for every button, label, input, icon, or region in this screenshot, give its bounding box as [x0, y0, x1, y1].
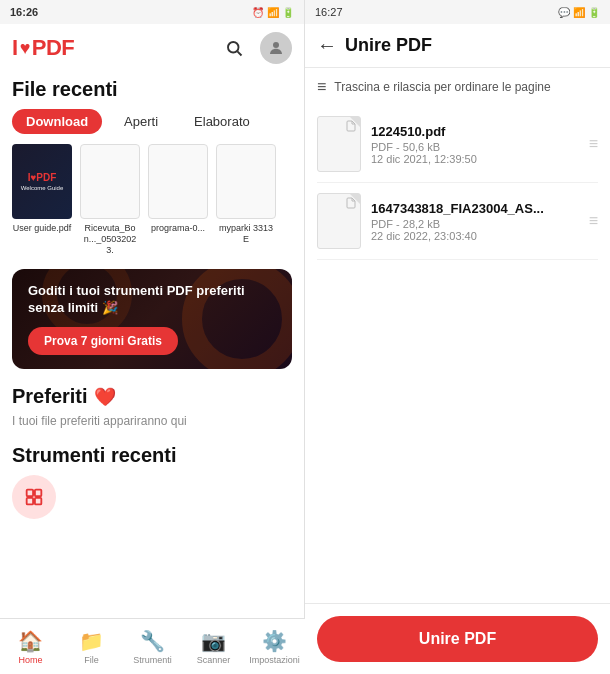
right-panel: 16:27 💬 📶 🔋 ← Unire PDF ≡ Trascina e ril… — [305, 0, 610, 674]
signal-icon: 📶 — [267, 7, 279, 18]
settings-icon: ⚙️ — [262, 629, 287, 653]
app-header: I ♥ PDF — [0, 24, 304, 72]
battery-icon: 🔋 — [282, 7, 294, 18]
nav-scanner-label: Scanner — [197, 655, 231, 665]
chat-icon: 💬 — [558, 7, 570, 18]
favorites-heart-icon: ❤️ — [94, 386, 116, 408]
favorites-section: Preferiti ❤️ I tuoi file preferiti appar… — [0, 379, 304, 440]
guide-welcome-text: Welcome Guide — [21, 185, 64, 191]
pdf-thumb-0 — [317, 116, 361, 172]
back-button[interactable]: ← — [317, 34, 337, 57]
scanner-icon: 📷 — [201, 629, 226, 653]
pdf-name-1: 1647343818_FIA23004_AS... — [371, 201, 579, 216]
tools-icon: 🔧 — [140, 629, 165, 653]
merge-button[interactable]: Unire PDF — [317, 616, 598, 662]
avatar-button[interactable] — [260, 32, 292, 64]
tab-aperti[interactable]: Aperti — [110, 109, 172, 134]
right-status-bar: 16:27 💬 📶 🔋 — [305, 0, 610, 24]
filter-tabs: Download Aperti Elaborato — [0, 109, 304, 144]
promo-banner: Goditi i tuoi strumenti PDF preferiti se… — [12, 269, 292, 369]
guide-logo: I♥PDF — [28, 172, 57, 183]
pdf-info-1: 1647343818_FIA23004_AS... PDF - 28,2 kB … — [371, 201, 579, 242]
file-thumb-guide: I♥PDF Welcome Guide — [12, 144, 72, 219]
drag-hint: ≡ Trascina e rilascia per ordinare le pa… — [305, 68, 610, 106]
file-card-3[interactable]: myparki 3313E — [216, 144, 276, 255]
pdf-info-0: 1224510.pdf PDF - 50,6 kB 12 dic 2021, 1… — [371, 124, 579, 165]
pdf-item-1[interactable]: 1647343818_FIA23004_AS... PDF - 28,2 kB … — [317, 183, 598, 260]
file-name-0: User guide.pdf — [13, 223, 72, 234]
nav-strumenti-label: Strumenti — [133, 655, 172, 665]
svg-rect-6 — [35, 498, 41, 504]
pdf-meta-0-1: PDF - 50,6 kB — [371, 141, 579, 153]
file-thumb-1 — [80, 144, 140, 219]
recent-files-title: File recenti — [0, 72, 304, 109]
svg-line-1 — [237, 51, 241, 55]
tool-icon-circle[interactable] — [12, 475, 56, 519]
nav-file[interactable]: 📁 File — [61, 629, 122, 665]
tab-elaborato[interactable]: Elaborato — [180, 109, 264, 134]
pdf-item-0[interactable]: 1224510.pdf PDF - 50,6 kB 12 dic 2021, 1… — [317, 106, 598, 183]
favorites-subtitle: I tuoi file preferiti appariranno qui — [12, 412, 292, 436]
pdf-meta-0-2: 12 dic 2021, 12:39:50 — [371, 153, 579, 165]
files-grid: I♥PDF Welcome Guide User guide.pdf Ricev… — [0, 144, 304, 265]
right-status-icons: 💬 📶 🔋 — [558, 7, 600, 18]
signal-icon-right: 📶 — [573, 7, 585, 18]
pdf-meta-1-2: 22 dic 2022, 23:03:40 — [371, 230, 579, 242]
favorites-title: Preferiti — [12, 385, 88, 408]
logo-heart-icon: ♥ — [20, 38, 30, 59]
file-thumb-3 — [216, 144, 276, 219]
right-time: 16:27 — [315, 6, 343, 18]
logo-pdf: PDF — [32, 35, 75, 61]
search-button[interactable] — [218, 32, 250, 64]
promo-title: Goditi i tuoi strumenti PDF preferiti se… — [28, 283, 276, 317]
drag-handle-0[interactable]: ≡ — [589, 135, 598, 153]
file-icon: 📁 — [79, 629, 104, 653]
file-card-2[interactable]: programa-0... — [148, 144, 208, 255]
nav-home[interactable]: 🏠 Home — [0, 629, 61, 665]
svg-point-0 — [228, 42, 239, 53]
battery-icon-right: 🔋 — [588, 7, 600, 18]
file-card-0[interactable]: I♥PDF Welcome Guide User guide.pdf — [12, 144, 72, 255]
right-panel-title: Unire PDF — [345, 35, 432, 56]
nav-file-label: File — [84, 655, 99, 665]
drag-lines-icon: ≡ — [317, 78, 326, 96]
pdf-thumb-1 — [317, 193, 361, 249]
drag-hint-text: Trascina e rilascia per ordinare le pagi… — [334, 80, 550, 94]
nav-home-label: Home — [18, 655, 42, 665]
file-name-3: myparki 3313E — [216, 223, 276, 245]
pdf-name-0: 1224510.pdf — [371, 124, 579, 139]
alarm-icon: ⏰ — [252, 7, 264, 18]
left-status-icons: ⏰ 📶 🔋 — [252, 7, 294, 18]
left-status-bar: 16:26 ⏰ 📶 🔋 — [0, 0, 304, 24]
favorites-header: Preferiti ❤️ — [12, 385, 292, 408]
home-icon: 🏠 — [18, 629, 43, 653]
tab-download[interactable]: Download — [12, 109, 102, 134]
pdf-meta-1-1: PDF - 28,2 kB — [371, 218, 579, 230]
nav-strumenti[interactable]: 🔧 Strumenti — [122, 629, 183, 665]
file-thumb-2 — [148, 144, 208, 219]
logo-i: I — [12, 35, 18, 61]
app-logo: I ♥ PDF — [12, 35, 74, 61]
svg-point-2 — [273, 42, 279, 48]
header-actions — [218, 32, 292, 64]
nav-impostazioni-label: Impostazioni — [249, 655, 300, 665]
right-bottom: Unire PDF — [305, 603, 610, 674]
svg-rect-3 — [27, 490, 33, 496]
nav-scanner[interactable]: 📷 Scanner — [183, 629, 244, 665]
left-scroll-area: File recenti Download Aperti Elaborato I… — [0, 72, 304, 674]
file-card-1[interactable]: Ricevuta_Bon..._05032023. — [80, 144, 140, 255]
recent-tools-title: Strumenti recenti — [0, 440, 304, 475]
file-name-2: programa-0... — [151, 223, 205, 234]
svg-rect-4 — [35, 490, 41, 496]
right-header: ← Unire PDF — [305, 24, 610, 68]
pdf-list: 1224510.pdf PDF - 50,6 kB 12 dic 2021, 1… — [305, 106, 610, 603]
promo-button[interactable]: Prova 7 giorni Gratis — [28, 327, 178, 355]
nav-impostazioni[interactable]: ⚙️ Impostazioni — [244, 629, 305, 665]
file-name-1: Ricevuta_Bon..._05032023. — [80, 223, 140, 255]
svg-rect-5 — [27, 498, 33, 504]
left-panel: 16:26 ⏰ 📶 🔋 I ♥ PDF — [0, 0, 305, 674]
left-time: 16:26 — [10, 6, 38, 18]
drag-handle-1[interactable]: ≡ — [589, 212, 598, 230]
bottom-nav: 🏠 Home 📁 File 🔧 Strumenti 📷 Scanner ⚙️ I… — [0, 618, 305, 674]
